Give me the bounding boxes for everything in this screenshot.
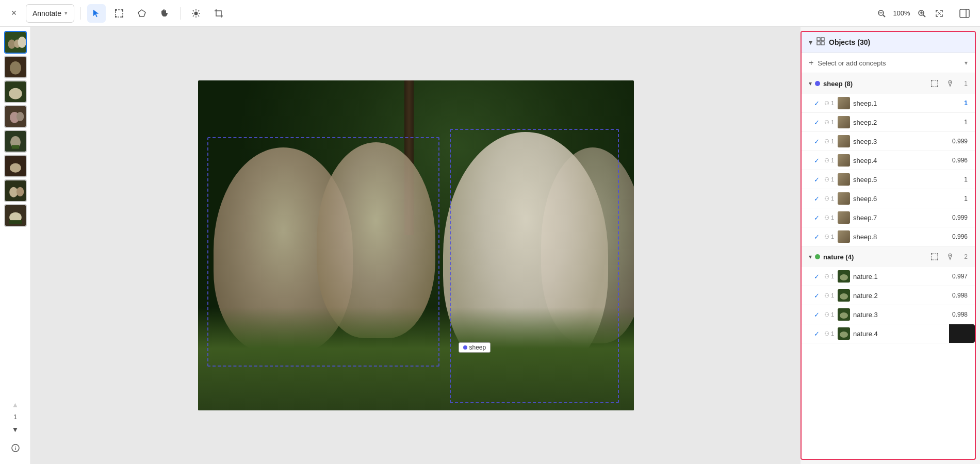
check-icon-7: ✓: [814, 214, 821, 222]
svg-rect-51: [821, 38, 824, 41]
nature-count: 2: [959, 253, 968, 260]
objects-list: ▾ sheep (8): [802, 73, 975, 459]
nature-dot: [815, 254, 820, 259]
filmstrip-thumb-1[interactable]: [4, 31, 27, 54]
bbox-label: sheep: [459, 342, 491, 353]
crop-icon: [214, 9, 223, 18]
user-icon-1: ⚇ 1: [824, 100, 835, 107]
svg-rect-60: [932, 254, 938, 260]
svg-point-69: [840, 293, 848, 300]
brightness-button[interactable]: [187, 4, 205, 23]
zoom-in-button[interactable]: [914, 6, 929, 21]
filmstrip-thumb-8[interactable]: [4, 204, 27, 227]
svg-rect-54: [932, 80, 938, 87]
fit-button[interactable]: [932, 6, 947, 21]
select-tool-button[interactable]: [87, 4, 106, 23]
sheep-chevron-icon: ▾: [809, 80, 812, 87]
sheep-item-8[interactable]: ✓ ⚇ 1 sheep.8 0.996: [802, 227, 975, 246]
svg-rect-50: [817, 38, 820, 41]
svg-point-36: [16, 112, 24, 121]
sheep-item-7[interactable]: ✓ ⚇ 1 sheep.7 0.999: [802, 208, 975, 227]
box-tool-button[interactable]: [110, 4, 128, 23]
panel-header: ▾ Objects (30): [802, 32, 975, 53]
filmstrip-thumb-4[interactable]: [4, 105, 27, 128]
svg-point-67: [840, 274, 848, 280]
nature-pin-icon[interactable]: [944, 251, 956, 263]
sheep-6-score: 1: [950, 195, 968, 202]
add-icon: +: [809, 58, 813, 68]
check-icon-n3: ✓: [814, 311, 821, 319]
canvas-area[interactable]: sheep: [31, 27, 801, 464]
nature-item-1[interactable]: ✓ ⚇ 1 nature.1 0.997: [802, 267, 975, 286]
nature-1-name: nature.1: [853, 273, 946, 280]
add-concept-row[interactable]: + Select or add concepts ▾: [802, 53, 975, 73]
filmstrip-thumb-2[interactable]: [4, 56, 27, 78]
filmstrip-thumb-5[interactable]: [4, 130, 27, 153]
sheep-item-5[interactable]: ✓ ⚇ 1 sheep.5 1: [802, 170, 975, 189]
zoom-out-button[interactable]: [874, 6, 889, 21]
sheep-bbox-icon[interactable]: [928, 77, 941, 90]
filmstrip: ▲ 1 ▼ i: [0, 27, 31, 464]
svg-rect-2: [122, 9, 123, 11]
check-icon-5: ✓: [814, 176, 821, 184]
svg-rect-58: [937, 86, 939, 88]
info-button[interactable]: i: [8, 440, 23, 456]
nav-up-button[interactable]: ▲: [8, 397, 23, 412]
sheep-4-name: sheep.4: [853, 157, 946, 164]
thumb-5: [838, 173, 850, 186]
svg-rect-56: [937, 80, 939, 81]
svg-rect-4: [122, 16, 123, 18]
check-icon-6: ✓: [814, 195, 821, 203]
user-icon-4: ⚇ 1: [824, 157, 835, 164]
sheep-7-score: 0.999: [950, 214, 968, 221]
filmstrip-thumb-3[interactable]: [4, 80, 27, 103]
user-icon-7: ⚇ 1: [824, 214, 835, 221]
user-icon-n3: ⚇ 1: [824, 311, 835, 318]
nav-down-button[interactable]: ▼: [8, 422, 23, 437]
sheep-item-4[interactable]: ✓ ⚇ 1 sheep.4 0.996: [802, 151, 975, 170]
thumb-4: [838, 154, 850, 167]
sheep-item-3[interactable]: ✓ ⚇ 1 sheep.3 0.999: [802, 132, 975, 151]
bbox-1[interactable]: [207, 137, 439, 367]
panel-chevron-icon[interactable]: ▾: [809, 38, 812, 46]
sheep-item-1[interactable]: ✓ ⚇ 1 sheep.1 1: [802, 94, 975, 113]
thumb-3: [838, 135, 850, 147]
sheep-item-2[interactable]: ✓ ⚇ 1 sheep.2 1: [802, 113, 975, 132]
thumb-7: [838, 211, 850, 224]
filmstrip-thumb-6[interactable]: [4, 155, 27, 177]
tool-separator-2: [180, 7, 181, 20]
nature-category-name: nature (4): [823, 253, 925, 261]
sheep-pin-icon[interactable]: [944, 77, 956, 90]
nature-item-3[interactable]: ✓ ⚇ 1 nature.3 0.998: [802, 305, 975, 324]
close-button[interactable]: ×: [6, 6, 22, 21]
annotate-dropdown[interactable]: Annotate ▾: [26, 4, 74, 23]
sheep-item-6[interactable]: ✓ ⚇ 1 sheep.6 1: [802, 189, 975, 208]
check-icon-n4: ✓: [814, 330, 821, 338]
filmstrip-thumb-7[interactable]: [4, 179, 27, 202]
category-nature[interactable]: ▾ nature (4): [802, 246, 975, 267]
nature-item-4[interactable]: ✓ ⚇ 1 nature.4 0...: [802, 324, 975, 343]
sheep-5-name: sheep.5: [853, 176, 946, 184]
svg-rect-63: [931, 259, 933, 261]
sheep-2-score: 1: [950, 119, 968, 126]
sheep-4-score: 0.996: [950, 157, 968, 164]
nature-item-2[interactable]: ✓ ⚇ 1 nature.2 0.998: [802, 286, 975, 305]
zoom-controls: 100%: [874, 6, 947, 21]
polygon-tool-button[interactable]: [133, 4, 151, 23]
category-sheep[interactable]: ▾ sheep (8): [802, 73, 975, 94]
crop-button[interactable]: [209, 4, 228, 23]
thumb-2: [838, 116, 850, 128]
svg-rect-24: [960, 9, 969, 18]
sidebar-toggle-button[interactable]: [955, 4, 974, 23]
svg-point-59: [950, 81, 951, 82]
pan-tool-button[interactable]: [155, 4, 174, 23]
page-number: 1: [13, 413, 17, 421]
nature-bbox-icon[interactable]: [928, 251, 941, 263]
bbox-2[interactable]: [450, 129, 619, 403]
thumb-n1: [838, 270, 850, 283]
thumb-8: [838, 230, 850, 243]
zoom-level: 100%: [891, 9, 912, 17]
nature-3-score: 0.998: [950, 311, 968, 318]
svg-point-71: [840, 312, 848, 319]
check-icon-4: ✓: [814, 157, 821, 164]
